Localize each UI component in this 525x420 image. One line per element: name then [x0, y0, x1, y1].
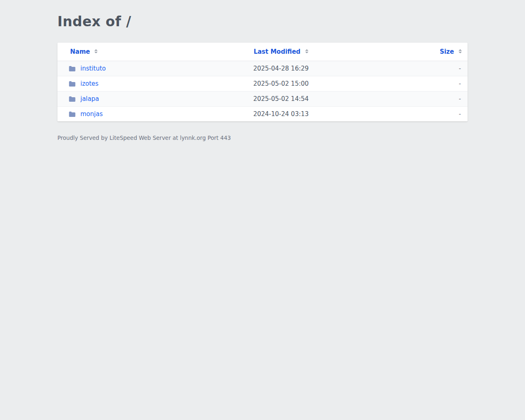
- folder-icon: [68, 111, 76, 117]
- folder-icon: [68, 66, 76, 72]
- column-header-last-modified-label: Last Modified: [253, 48, 300, 55]
- sort-up-down-icon: [305, 49, 308, 53]
- size-value: -: [340, 106, 468, 121]
- size-value: -: [340, 61, 468, 76]
- last-modified-value: 2025-05-02 14:54: [221, 91, 340, 106]
- column-header-size-label: Size: [440, 48, 454, 55]
- sort-up-down-icon: [459, 49, 462, 53]
- size-value: -: [340, 91, 468, 106]
- server-footer-text: Proudly Served by LiteSpeed Web Server a…: [57, 135, 468, 141]
- directory-listing-table: Name Last Modified Size: [57, 43, 468, 121]
- last-modified-value: 2024-10-24 03:13: [221, 106, 340, 121]
- column-header-last-modified[interactable]: Last Modified: [221, 43, 340, 61]
- directory-link[interactable]: izotes: [80, 80, 98, 87]
- folder-icon: [68, 81, 76, 87]
- last-modified-value: 2025-05-02 15:00: [221, 76, 340, 91]
- page-title: Index of /: [57, 14, 468, 30]
- directory-link[interactable]: jalapa: [80, 95, 99, 103]
- last-modified-value: 2025-04-28 16:29: [221, 61, 340, 76]
- column-header-size[interactable]: Size: [340, 43, 468, 61]
- size-value: -: [340, 76, 468, 91]
- directory-link[interactable]: monjas: [80, 110, 103, 118]
- sort-up-down-icon: [94, 49, 98, 53]
- directory-listing-card: Name Last Modified Size: [57, 43, 468, 121]
- table-header-row: Name Last Modified Size: [57, 43, 468, 61]
- directory-link[interactable]: instituto: [80, 65, 106, 72]
- folder-icon: [68, 96, 76, 102]
- table-row: izotes 2025-05-02 15:00 -: [57, 76, 468, 91]
- page-container: Index of / Name Last Modified Size: [57, 14, 468, 141]
- column-header-name[interactable]: Name: [57, 43, 221, 61]
- table-row: monjas 2024-10-24 03:13 -: [57, 106, 468, 121]
- column-header-name-label: Name: [70, 48, 90, 55]
- table-row: jalapa 2025-05-02 14:54 -: [57, 91, 468, 106]
- table-row: instituto 2025-04-28 16:29 -: [57, 61, 468, 76]
